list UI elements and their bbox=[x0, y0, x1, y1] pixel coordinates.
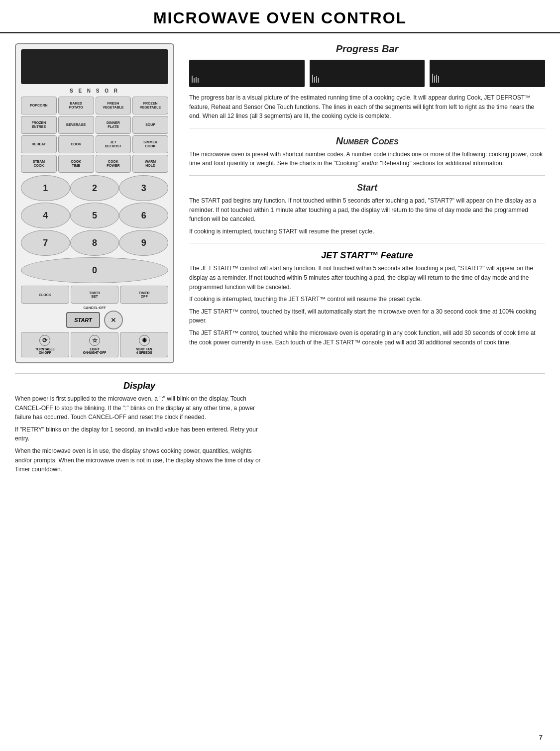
button-row-3: REHEAT COOK JETDEFROST SIMMERCOOK bbox=[21, 135, 168, 153]
btn-light[interactable]: ☆ LIGHTON·NIGHT·OFF bbox=[71, 332, 119, 357]
display-title: Display bbox=[15, 381, 264, 391]
btn-1[interactable]: 1 bbox=[21, 175, 70, 201]
prog-line bbox=[314, 77, 315, 83]
number-codes-title: Number Codes bbox=[189, 135, 545, 147]
btn-reheat[interactable]: REHEAT bbox=[21, 135, 57, 153]
btn-frozen-entree[interactable]: FROZENENTREE bbox=[21, 116, 57, 134]
btn-beverage[interactable]: BEVERAGE bbox=[58, 116, 94, 134]
btn-popcorn[interactable]: POPCORN bbox=[21, 97, 57, 114]
btn-7[interactable]: 7 bbox=[21, 230, 70, 256]
btn-8[interactable]: 8 bbox=[70, 230, 119, 256]
btn-fresh-veg[interactable]: FRESHVEGETABLE bbox=[96, 97, 131, 114]
btn-simmer-cook[interactable]: SIMMERCOOK bbox=[132, 135, 168, 153]
progress-segment-2 bbox=[310, 60, 425, 87]
turntable-icon: ⟳ bbox=[39, 335, 50, 346]
btn-frozen-veg[interactable]: FROZENVEGETABLE bbox=[132, 97, 168, 114]
prog-line bbox=[318, 78, 319, 83]
btn-cook-time[interactable]: COOKTIME bbox=[58, 155, 94, 173]
cancel-button[interactable]: ✕ bbox=[104, 311, 123, 329]
btn-2[interactable]: 2 bbox=[70, 175, 119, 201]
prog-line bbox=[432, 74, 433, 83]
num-row-2: 4 5 6 bbox=[21, 203, 168, 228]
display-section: Display When power is first supplied to … bbox=[0, 374, 279, 497]
divider-3 bbox=[189, 243, 545, 243]
btn-turntable[interactable]: ⟳ TURNTABLEON·OFF bbox=[21, 332, 69, 357]
icon-row: ⟳ TURNTABLEON·OFF ☆ LIGHTON·NIGHT·OFF ❋ … bbox=[21, 332, 168, 357]
divider-1 bbox=[189, 128, 545, 128]
page-title: MICROWAVE OVEN CONTROL bbox=[0, 0, 560, 33]
num-row-1: 1 2 3 bbox=[21, 175, 168, 201]
button-row-2: FROZENENTREE BEVERAGE DINNERPLATE SOUP bbox=[21, 116, 168, 134]
btn-4[interactable]: 4 bbox=[21, 203, 70, 228]
btn-cook[interactable]: COOK bbox=[58, 135, 94, 153]
button-row-4: STEAMCOOK COOKTIME COOKPOWER WARMHOLD bbox=[21, 155, 168, 173]
btn-baked-potato[interactable]: BAKEDPOTATO bbox=[58, 97, 94, 114]
jet-start-title: JET START™ Feature bbox=[189, 250, 545, 261]
microwave-panel: S E N S O R POPCORN BAKEDPOTATO FRESHVEG… bbox=[15, 43, 174, 363]
progress-segment-3 bbox=[430, 60, 545, 87]
prog-line bbox=[192, 76, 193, 83]
progress-bar bbox=[189, 60, 545, 87]
button-row-1: POPCORN BAKEDPOTATO FRESHVEGETABLE FROZE… bbox=[21, 97, 168, 114]
page-number: 7 bbox=[539, 734, 543, 741]
prog-line bbox=[198, 78, 199, 83]
btn-5[interactable]: 5 bbox=[70, 203, 119, 228]
progress-bar-description: The progress bar is a visual picture of … bbox=[189, 93, 545, 121]
btn-warm-hold[interactable]: WARMHOLD bbox=[132, 155, 168, 173]
divider-2 bbox=[189, 175, 545, 176]
btn-timer-set[interactable]: TIMERSET bbox=[71, 286, 119, 304]
prog-line bbox=[194, 78, 195, 83]
prog-line bbox=[312, 75, 313, 83]
btn-vent-fan[interactable]: ❋ VENT FAN4 SPEEDS bbox=[120, 332, 168, 357]
start-body: The START pad begins any function. If no… bbox=[189, 196, 545, 236]
btn-timer-off[interactable]: TIMEROFF bbox=[120, 286, 168, 304]
number-codes-body: The microwave oven is preset with shortc… bbox=[189, 150, 545, 168]
start-title: Start bbox=[189, 183, 545, 193]
prog-line bbox=[316, 76, 317, 83]
prog-line bbox=[434, 76, 435, 83]
btn-0[interactable]: 0 bbox=[21, 257, 168, 283]
btn-3[interactable]: 3 bbox=[119, 175, 168, 201]
progress-bar-title: Progress Bar bbox=[189, 43, 545, 55]
btn-dinner-plate[interactable]: DINNERPLATE bbox=[96, 116, 131, 134]
btn-9[interactable]: 9 bbox=[119, 230, 168, 256]
timer-row: CLOCK TIMERSET TIMEROFF bbox=[21, 286, 168, 304]
vent-fan-icon: ❋ bbox=[139, 335, 150, 346]
btn-steam-cook[interactable]: STEAMCOOK bbox=[21, 155, 57, 173]
microwave-display bbox=[21, 49, 168, 84]
btn-jet-defrost[interactable]: JETDEFROST bbox=[96, 135, 131, 153]
light-icon: ☆ bbox=[89, 335, 100, 346]
prog-line bbox=[438, 76, 439, 83]
num-row-zero: 0 bbox=[21, 257, 168, 283]
jet-start-button[interactable]: START bbox=[66, 312, 100, 328]
sensor-label: S E N S O R bbox=[21, 88, 168, 94]
btn-clock[interactable]: CLOCK bbox=[21, 286, 69, 304]
right-panel: Progress Bar bbox=[189, 43, 545, 350]
btn-cook-power[interactable]: COOKPOWER bbox=[96, 155, 131, 173]
prog-line bbox=[436, 75, 437, 83]
progress-segment-1 bbox=[189, 60, 305, 87]
btn-soup[interactable]: SOUP bbox=[132, 116, 168, 134]
cancel-off-label: CANCEL·OFF bbox=[83, 306, 106, 310]
jet-start-body: The JET START™ control will start any fu… bbox=[189, 264, 545, 347]
display-body: When power is first supplied to the micr… bbox=[15, 394, 264, 474]
num-row-3: 7 8 9 bbox=[21, 230, 168, 256]
btn-6[interactable]: 6 bbox=[119, 203, 168, 228]
prog-line bbox=[196, 77, 197, 83]
